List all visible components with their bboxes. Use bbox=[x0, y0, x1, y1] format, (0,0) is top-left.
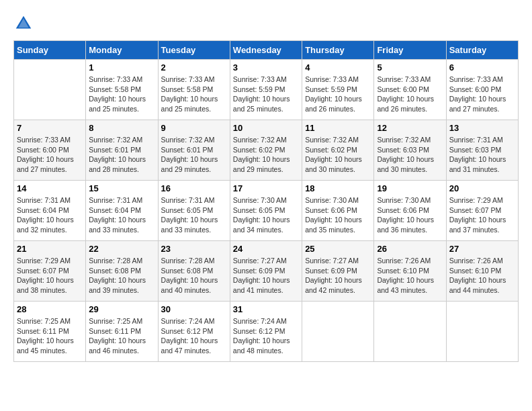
day-content: Sunrise: 7:25 AM Sunset: 6:11 PM Dayligh… bbox=[89, 316, 154, 356]
day-content: Sunrise: 7:32 AM Sunset: 6:02 PM Dayligh… bbox=[233, 135, 299, 175]
calendar-cell: 20Sunrise: 7:29 AM Sunset: 6:07 PM Dayli… bbox=[446, 181, 518, 241]
calendar-cell: 6Sunrise: 7:33 AM Sunset: 6:00 PM Daylig… bbox=[446, 60, 518, 120]
calendar-cell: 7Sunrise: 7:33 AM Sunset: 6:00 PM Daylig… bbox=[14, 120, 86, 181]
calendar-week-4: 21Sunrise: 7:29 AM Sunset: 6:07 PM Dayli… bbox=[14, 241, 519, 302]
day-number: 12 bbox=[377, 123, 443, 133]
day-content: Sunrise: 7:32 AM Sunset: 6:02 PM Dayligh… bbox=[305, 135, 371, 175]
day-number: 30 bbox=[161, 304, 227, 314]
day-number: 8 bbox=[89, 123, 154, 133]
calendar-cell: 26Sunrise: 7:26 AM Sunset: 6:10 PM Dayli… bbox=[374, 241, 446, 302]
day-content: Sunrise: 7:33 AM Sunset: 5:59 PM Dayligh… bbox=[305, 75, 371, 114]
day-content: Sunrise: 7:33 AM Sunset: 6:00 PM Dayligh… bbox=[17, 135, 83, 175]
day-number: 24 bbox=[233, 244, 299, 254]
day-content: Sunrise: 7:32 AM Sunset: 6:01 PM Dayligh… bbox=[89, 135, 154, 175]
day-number: 20 bbox=[449, 183, 515, 193]
day-content: Sunrise: 7:25 AM Sunset: 6:11 PM Dayligh… bbox=[17, 316, 83, 356]
day-number: 2 bbox=[161, 62, 227, 73]
calendar-cell: 22Sunrise: 7:28 AM Sunset: 6:08 PM Dayli… bbox=[86, 241, 158, 302]
logo-icon bbox=[13, 13, 34, 34]
day-number: 4 bbox=[305, 62, 371, 73]
calendar-cell: 21Sunrise: 7:29 AM Sunset: 6:07 PM Dayli… bbox=[14, 241, 86, 302]
day-content: Sunrise: 7:26 AM Sunset: 6:10 PM Dayligh… bbox=[377, 256, 443, 295]
calendar-cell: 5Sunrise: 7:33 AM Sunset: 6:00 PM Daylig… bbox=[374, 60, 446, 120]
day-number: 15 bbox=[89, 183, 154, 193]
day-content: Sunrise: 7:31 AM Sunset: 6:04 PM Dayligh… bbox=[17, 195, 83, 235]
day-number: 5 bbox=[377, 62, 443, 73]
calendar-cell: 10Sunrise: 7:32 AM Sunset: 6:02 PM Dayli… bbox=[230, 120, 302, 181]
calendar-cell: 1Sunrise: 7:33 AM Sunset: 5:58 PM Daylig… bbox=[86, 60, 158, 120]
calendar-cell: 11Sunrise: 7:32 AM Sunset: 6:02 PM Dayli… bbox=[302, 120, 374, 181]
calendar-cell: 24Sunrise: 7:27 AM Sunset: 6:09 PM Dayli… bbox=[230, 241, 302, 302]
calendar-cell bbox=[302, 302, 374, 362]
calendar-table: SundayMondayTuesdayWednesdayThursdayFrid… bbox=[13, 40, 519, 362]
day-number: 27 bbox=[449, 244, 515, 254]
day-number: 17 bbox=[233, 183, 299, 193]
day-content: Sunrise: 7:24 AM Sunset: 6:12 PM Dayligh… bbox=[161, 316, 227, 356]
weekday-header-friday: Friday bbox=[374, 41, 446, 60]
calendar-cell: 28Sunrise: 7:25 AM Sunset: 6:11 PM Dayli… bbox=[14, 302, 86, 362]
day-content: Sunrise: 7:31 AM Sunset: 6:03 PM Dayligh… bbox=[449, 135, 515, 175]
day-content: Sunrise: 7:31 AM Sunset: 6:04 PM Dayligh… bbox=[89, 195, 154, 235]
calendar-week-2: 7Sunrise: 7:33 AM Sunset: 6:00 PM Daylig… bbox=[14, 120, 519, 181]
day-number: 22 bbox=[89, 244, 154, 254]
calendar-week-3: 14Sunrise: 7:31 AM Sunset: 6:04 PM Dayli… bbox=[14, 181, 519, 241]
calendar-cell: 23Sunrise: 7:28 AM Sunset: 6:08 PM Dayli… bbox=[158, 241, 230, 302]
day-number: 19 bbox=[377, 183, 443, 193]
calendar-cell: 25Sunrise: 7:27 AM Sunset: 6:09 PM Dayli… bbox=[302, 241, 374, 302]
calendar-cell: 2Sunrise: 7:33 AM Sunset: 5:58 PM Daylig… bbox=[158, 60, 230, 120]
day-number: 11 bbox=[305, 123, 371, 133]
day-content: Sunrise: 7:30 AM Sunset: 6:06 PM Dayligh… bbox=[305, 195, 371, 235]
calendar-cell: 12Sunrise: 7:32 AM Sunset: 6:03 PM Dayli… bbox=[374, 120, 446, 181]
day-number: 10 bbox=[233, 123, 299, 133]
day-content: Sunrise: 7:32 AM Sunset: 6:03 PM Dayligh… bbox=[377, 135, 443, 175]
day-content: Sunrise: 7:33 AM Sunset: 6:00 PM Dayligh… bbox=[377, 75, 443, 114]
day-content: Sunrise: 7:29 AM Sunset: 6:07 PM Dayligh… bbox=[17, 256, 83, 295]
day-content: Sunrise: 7:30 AM Sunset: 6:05 PM Dayligh… bbox=[233, 195, 299, 235]
day-content: Sunrise: 7:32 AM Sunset: 6:01 PM Dayligh… bbox=[161, 135, 227, 175]
day-content: Sunrise: 7:33 AM Sunset: 5:59 PM Dayligh… bbox=[233, 75, 299, 114]
calendar-cell: 29Sunrise: 7:25 AM Sunset: 6:11 PM Dayli… bbox=[86, 302, 158, 362]
calendar-cell: 14Sunrise: 7:31 AM Sunset: 6:04 PM Dayli… bbox=[14, 181, 86, 241]
calendar-cell: 4Sunrise: 7:33 AM Sunset: 5:59 PM Daylig… bbox=[302, 60, 374, 120]
weekday-header-wednesday: Wednesday bbox=[230, 41, 302, 60]
day-content: Sunrise: 7:30 AM Sunset: 6:06 PM Dayligh… bbox=[377, 195, 443, 235]
calendar-cell: 8Sunrise: 7:32 AM Sunset: 6:01 PM Daylig… bbox=[86, 120, 158, 181]
day-content: Sunrise: 7:33 AM Sunset: 5:58 PM Dayligh… bbox=[89, 75, 154, 114]
day-number: 21 bbox=[17, 244, 83, 254]
weekday-header-monday: Monday bbox=[86, 41, 158, 60]
day-number: 9 bbox=[161, 123, 227, 133]
day-content: Sunrise: 7:31 AM Sunset: 6:05 PM Dayligh… bbox=[161, 195, 227, 235]
day-content: Sunrise: 7:29 AM Sunset: 6:07 PM Dayligh… bbox=[449, 195, 515, 235]
weekday-header-thursday: Thursday bbox=[302, 41, 374, 60]
calendar-cell: 31Sunrise: 7:24 AM Sunset: 6:12 PM Dayli… bbox=[230, 302, 302, 362]
day-number: 16 bbox=[161, 183, 227, 193]
day-content: Sunrise: 7:28 AM Sunset: 6:08 PM Dayligh… bbox=[161, 256, 227, 295]
calendar-cell: 18Sunrise: 7:30 AM Sunset: 6:06 PM Dayli… bbox=[302, 181, 374, 241]
day-number: 18 bbox=[305, 183, 371, 193]
day-number: 7 bbox=[17, 123, 83, 133]
calendar-cell: 3Sunrise: 7:33 AM Sunset: 5:59 PM Daylig… bbox=[230, 60, 302, 120]
weekday-header-saturday: Saturday bbox=[446, 41, 518, 60]
day-content: Sunrise: 7:33 AM Sunset: 5:58 PM Dayligh… bbox=[161, 75, 227, 114]
day-content: Sunrise: 7:27 AM Sunset: 6:09 PM Dayligh… bbox=[305, 256, 371, 295]
day-content: Sunrise: 7:26 AM Sunset: 6:10 PM Dayligh… bbox=[449, 256, 515, 295]
calendar-week-1: 1Sunrise: 7:33 AM Sunset: 5:58 PM Daylig… bbox=[14, 60, 519, 120]
weekday-header-tuesday: Tuesday bbox=[158, 41, 230, 60]
calendar-cell: 15Sunrise: 7:31 AM Sunset: 6:04 PM Dayli… bbox=[86, 181, 158, 241]
calendar-cell bbox=[14, 60, 86, 120]
calendar-cell: 19Sunrise: 7:30 AM Sunset: 6:06 PM Dayli… bbox=[374, 181, 446, 241]
day-number: 1 bbox=[89, 62, 154, 73]
calendar-cell: 17Sunrise: 7:30 AM Sunset: 6:05 PM Dayli… bbox=[230, 181, 302, 241]
calendar-cell: 30Sunrise: 7:24 AM Sunset: 6:12 PM Dayli… bbox=[158, 302, 230, 362]
day-content: Sunrise: 7:28 AM Sunset: 6:08 PM Dayligh… bbox=[89, 256, 154, 295]
day-content: Sunrise: 7:24 AM Sunset: 6:12 PM Dayligh… bbox=[233, 316, 299, 356]
day-number: 13 bbox=[449, 123, 515, 133]
day-number: 31 bbox=[233, 304, 299, 314]
day-number: 3 bbox=[233, 62, 299, 73]
calendar-cell bbox=[446, 302, 518, 362]
day-content: Sunrise: 7:27 AM Sunset: 6:09 PM Dayligh… bbox=[233, 256, 299, 295]
page-header bbox=[13, 13, 519, 34]
day-number: 23 bbox=[161, 244, 227, 254]
calendar-cell bbox=[374, 302, 446, 362]
day-content: Sunrise: 7:33 AM Sunset: 6:00 PM Dayligh… bbox=[449, 75, 515, 114]
